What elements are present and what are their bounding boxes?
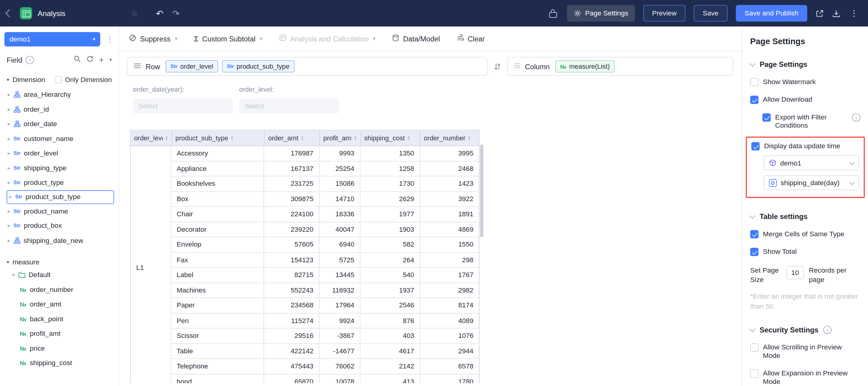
table-row[interactable]: Table422142-1467746172944 [171,344,479,359]
sort-icon[interactable]: ▲▼ [407,135,410,141]
save-and-publish-button[interactable]: Save and Publish [736,5,807,22]
measure-item-order_amt[interactable]: №order_amt [0,297,118,312]
measure-item-shipping_cost[interactable]: №shipping_cost [0,355,118,370]
only-dimension-checkbox[interactable] [55,76,62,83]
preview-button[interactable]: Preview [643,5,686,22]
share-icon[interactable] [816,9,824,17]
sort-icon[interactable]: ▲▼ [354,135,357,141]
table-row[interactable]: Appliance1671372525412582468 [171,161,479,176]
measure-folder-default[interactable]: ▾ Default [0,268,118,282]
custom-subtotal-button[interactable]: Σ Custom Subtotal ▾ [194,34,262,43]
expand-caret-icon[interactable]: ▸ [8,208,10,214]
shelf-chip-measure(List)[interactable]: №measure(List) [555,60,615,72]
checkbox[interactable] [750,96,758,104]
dimension-item-customer_name[interactable]: ▸Strcustomer_name [0,131,118,146]
table-row[interactable]: Decorator2392204004719034869 [171,222,479,237]
measure-item-order_number[interactable]: №order_number [0,282,118,297]
dimension-item-order_level[interactable]: ▸Strorder_level [0,146,118,161]
table-row[interactable]: Accessory176987999313503995 [171,146,479,161]
setting-row[interactable]: Display data update time [751,142,859,150]
expand-caret-icon[interactable]: ▸ [8,165,10,171]
save-button[interactable]: Save [694,5,727,22]
dimension-item-shipping_type[interactable]: ▸Strshipping_type [0,161,118,175]
table-row[interactable]: Fax1541235725264298 [171,253,479,268]
expand-caret-icon[interactable]: ▸ [8,106,10,112]
sort-icon[interactable]: ▲▼ [165,135,168,141]
dimension-item-product_type[interactable]: ▸Strproduct_type [0,175,118,190]
setting-row[interactable]: Export with Filter Conditionsi [762,113,861,130]
analysis-and-calculation-button[interactable]: Analysis and Calculation ▾ [279,34,375,43]
measure-item-price[interactable]: №price [0,341,118,355]
table-row[interactable]: Pen11527499248764089 [171,313,479,328]
collapse-caret-icon[interactable]: ▾ [7,77,9,82]
table-row[interactable]: Bookshelves2317251508617301423 [171,176,479,191]
checkbox[interactable] [750,78,758,86]
setting-row[interactable]: Allow Scrolling in Preview Mode [750,343,861,360]
checkbox[interactable] [750,230,758,238]
setting-row[interactable]: Show Total [750,248,861,256]
dataset-menu-icon[interactable]: ⋮ [104,35,115,43]
column-header-shipping_cost[interactable]: shipping_cost▲▼ [361,130,421,145]
setting-row[interactable]: Allow Download [750,96,861,104]
checkbox[interactable] [751,142,760,150]
setting-row[interactable]: Merge Cells of Same Type [750,230,861,238]
download-icon[interactable] [832,9,840,17]
table-row[interactable]: bond65870100784131780 [171,374,479,383]
field-filter-caret-icon[interactable]: ▾ [109,57,112,62]
table-row[interactable]: Box3098751471026293922 [171,191,479,207]
column-header-order_number[interactable]: order_number▲▼ [421,130,479,145]
dimension-item-shipping_date_new[interactable]: ▸shipping_date_new [0,233,118,248]
sort-icon[interactable]: ▲▼ [230,135,234,141]
dimension-item-product_box[interactable]: ▸Strproduct_box [0,218,118,233]
dimension-item-product_sub_type[interactable]: ▸Strproduct_sub_type [7,190,114,204]
shelf-chip-order_level[interactable]: Strorder_level [166,60,218,72]
measure-item-back_point[interactable]: №back_point [0,312,118,326]
sort-icon[interactable]: ▲▼ [468,135,471,141]
data-model-button[interactable]: Data/Model [392,34,440,43]
filter-select[interactable]: Select [239,98,339,113]
expand-caret-icon[interactable]: ▸ [8,151,10,156]
clear-button[interactable]: Clear [457,34,485,43]
swap-rows-columns-icon[interactable] [494,62,501,70]
checkbox[interactable] [750,343,758,352]
expand-caret-icon[interactable]: ▸ [8,136,10,141]
dimension-item-order_date[interactable]: ▸order_date [0,117,118,131]
search-icon[interactable] [73,55,81,64]
page-size-input[interactable]: 10 [786,266,804,279]
only-dimension-toggle[interactable]: Only Dimension [55,76,112,83]
column-shelf[interactable]: Column №measure(List) [507,57,733,76]
suppress-button[interactable]: Suppress ▾ [129,34,178,43]
table-row[interactable]: Machines55224311693219372982 [171,283,479,298]
expand-caret-icon[interactable]: ▸ [8,92,10,97]
table-row[interactable]: Label82715134455401767 [171,268,479,283]
dataset-select[interactable]: demo1 [764,155,859,170]
dataset-selector[interactable]: demo1 ▾ [4,32,100,46]
expand-caret-icon[interactable]: ▸ [9,194,12,200]
expand-caret-icon[interactable]: ▸ [8,223,10,229]
shelf-chip-product_sub_type[interactable]: Strproduct_sub_type [222,60,294,72]
refresh-icon[interactable] [86,55,94,64]
table-row[interactable]: Scissor29516-38674031076 [171,328,479,344]
column-header-order_level[interactable]: order_level▲▼ [130,130,172,145]
undo-icon[interactable]: ↶ [156,8,163,19]
filter-select[interactable]: Select [133,98,232,113]
table-row[interactable]: Telephone4754437606221426578 [171,359,479,374]
setting-row[interactable]: Show Watermark [750,78,861,86]
more-menu-icon[interactable]: ⋮ [848,8,859,18]
dimension-section-header[interactable]: ▾ Dimension Only Dimension [0,74,118,85]
back-button[interactable] [5,9,13,17]
favorite-star-icon[interactable]: ☆ [131,8,138,18]
redo-icon[interactable]: ↷ [172,8,180,19]
row-shelf[interactable]: Row Strorder_levelStrproduct_sub_type [127,57,488,76]
add-field-icon[interactable]: + [99,57,104,62]
table-row[interactable]: Envelop5760569405821550 [171,237,479,252]
measure-section-header[interactable]: ▾ measure [0,256,118,268]
column-header-product_sub_type[interactable]: product_sub_type▲▼ [172,130,265,145]
table-row[interactable]: Chair2241001633619771891 [171,207,479,222]
column-header-order_amt[interactable]: order_amt▲▼ [265,130,320,145]
expand-caret-icon[interactable]: ▸ [8,180,10,185]
checkbox[interactable] [762,113,771,121]
dimension-item-area_Hierarchy[interactable]: ▸area_Hierarchy [0,87,118,102]
section-page-settings[interactable]: Page Settings [750,60,861,68]
expand-caret-icon[interactable]: ▸ [8,238,10,243]
